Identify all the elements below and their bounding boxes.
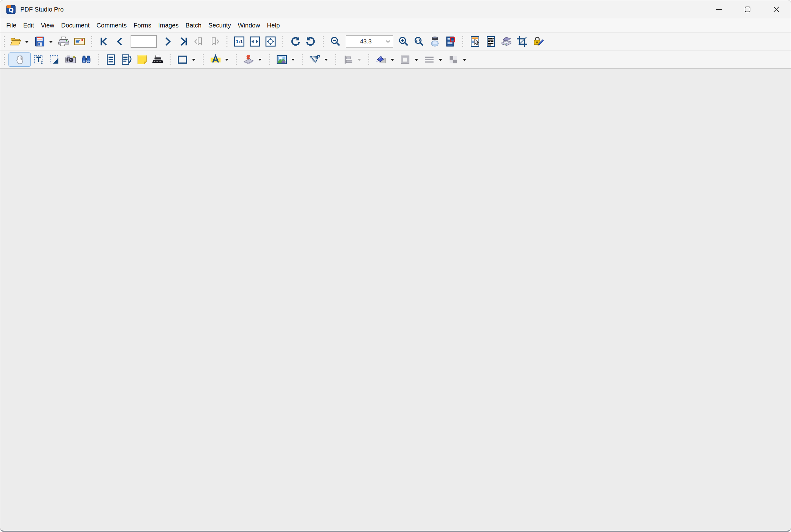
menu-edit[interactable]: Edit (20, 20, 37, 31)
toolbar-separator (170, 54, 170, 65)
menu-file[interactable]: File (3, 20, 20, 31)
measurement-tool-dropdown-arrow[interactable] (324, 59, 328, 61)
stamp-icon (243, 54, 255, 65)
fit-to-page-button[interactable] (263, 34, 278, 49)
bookmark-prev-icon (193, 36, 205, 48)
minimize-button[interactable] (704, 0, 733, 18)
menu-comments[interactable]: Comments (93, 20, 130, 31)
image-tool-button[interactable] (275, 53, 289, 67)
toolbar-separator (98, 54, 99, 65)
zoom-level-combobox[interactable]: 43.3 (346, 35, 393, 48)
zoom-level-value: 43.3 (346, 38, 386, 45)
object-select-icon (49, 54, 61, 65)
hand-tool-button[interactable] (8, 53, 31, 67)
alignment-tool-button (341, 53, 355, 67)
text-highlight-tool-dropdown-arrow[interactable] (225, 59, 229, 61)
open-dropdown-arrow[interactable] (25, 41, 29, 43)
save-dropdown-arrow[interactable] (49, 41, 53, 43)
page-number-input[interactable] (131, 35, 157, 48)
menu-batch[interactable]: Batch (182, 20, 205, 31)
alignment-tool-dropdown-arrow (357, 59, 361, 61)
print-button[interactable] (57, 34, 71, 49)
last-page-button[interactable] (176, 34, 190, 49)
fit-to-width-button[interactable] (248, 34, 262, 49)
transparency-tool-dropdown-arrow[interactable] (463, 59, 466, 61)
rotate-ccw-icon (305, 36, 317, 48)
zoom-tool-button[interactable] (412, 34, 426, 49)
document-workspace[interactable] (0, 69, 791, 531)
text-select-tool-button[interactable] (32, 53, 47, 67)
toolbar-separator (236, 54, 237, 65)
snapshot-tool-button[interactable] (63, 53, 78, 67)
crop-pages-button[interactable] (515, 34, 529, 49)
image-tool-dropdown-arrow[interactable] (291, 59, 295, 61)
pan-and-zoom-button[interactable] (443, 34, 458, 49)
text-box-tool-button[interactable] (104, 53, 118, 67)
toolbar-separator (282, 36, 283, 47)
edit-interactive-objects-button[interactable] (468, 34, 482, 49)
tools-toolbar (0, 50, 791, 69)
floppy-save-icon (34, 36, 45, 48)
first-page-button[interactable] (97, 34, 111, 49)
loupe-tool-button[interactable] (428, 34, 442, 49)
stamp-tool-dropdown-arrow[interactable] (258, 59, 262, 61)
previous-page-button[interactable] (112, 34, 127, 49)
bookmark-next-icon (209, 36, 221, 48)
object-select-tool-button[interactable] (48, 53, 62, 67)
menu-window[interactable]: Window (234, 20, 263, 31)
toolbar-separator (226, 36, 227, 47)
hand-icon (14, 54, 25, 65)
align-icon (342, 54, 354, 65)
menu-security[interactable]: Security (205, 20, 234, 31)
rectangle-tool-dropdown-arrow[interactable] (192, 59, 196, 61)
sticky-note-tool-button[interactable] (135, 53, 149, 67)
highlight-icon (209, 54, 221, 65)
email-button[interactable] (72, 34, 87, 49)
next-page-button[interactable] (161, 34, 175, 49)
menu-view[interactable]: View (37, 20, 58, 31)
chevron-down-icon[interactable] (386, 40, 390, 43)
scan-to-pdf-button[interactable] (499, 34, 514, 49)
fill-color-tool-dropdown-arrow[interactable] (390, 59, 394, 61)
close-icon (773, 6, 780, 13)
binoculars-icon (80, 54, 92, 65)
crop-icon (516, 36, 528, 48)
typewriter-tool-button[interactable] (151, 53, 165, 67)
toolbar-separator (368, 54, 369, 65)
close-button[interactable] (762, 0, 791, 18)
actual-size-button[interactable]: 1:1 (232, 34, 246, 49)
marquee-zoom-icon (413, 36, 425, 48)
border-color-tool-button[interactable] (398, 53, 412, 67)
transparency-tool-button[interactable] (446, 53, 460, 67)
open-button[interactable] (8, 34, 23, 49)
rotate-counterclockwise-button[interactable] (303, 34, 318, 49)
menu-document[interactable]: Document (58, 20, 93, 31)
fit-width-icon (249, 36, 261, 48)
search-button[interactable] (79, 53, 93, 67)
border-color-tool-dropdown-arrow[interactable] (415, 59, 418, 61)
redaction-button[interactable] (484, 34, 498, 49)
security-button[interactable] (531, 34, 545, 49)
rectangle-tool-button[interactable] (175, 53, 190, 67)
fill-color-tool-button[interactable] (374, 53, 388, 67)
toolbar-drag-handle[interactable] (4, 36, 5, 47)
stamp-tool-button[interactable] (241, 53, 256, 67)
measurement-tool-button[interactable] (308, 53, 322, 67)
zoom-in-button[interactable] (397, 34, 411, 49)
save-button[interactable] (33, 34, 47, 49)
menu-images[interactable]: Images (155, 20, 182, 31)
zoom-out-button[interactable] (328, 34, 343, 49)
text-highlight-tool-button[interactable] (208, 53, 223, 67)
callout-tool-button[interactable] (119, 53, 134, 67)
toolbar-separator (302, 54, 303, 65)
previous-view-button (192, 34, 206, 49)
rotate-clockwise-button[interactable] (288, 34, 302, 49)
lock-pen-icon (532, 36, 544, 48)
line-width-tool-button[interactable] (422, 53, 437, 67)
loupe-icon (429, 36, 441, 48)
menu-help[interactable]: Help (263, 20, 283, 31)
menu-forms[interactable]: Forms (130, 20, 155, 31)
maximize-button[interactable] (733, 0, 762, 18)
toolbar-drag-handle[interactable] (4, 54, 5, 65)
line-width-tool-dropdown-arrow[interactable] (439, 59, 442, 61)
